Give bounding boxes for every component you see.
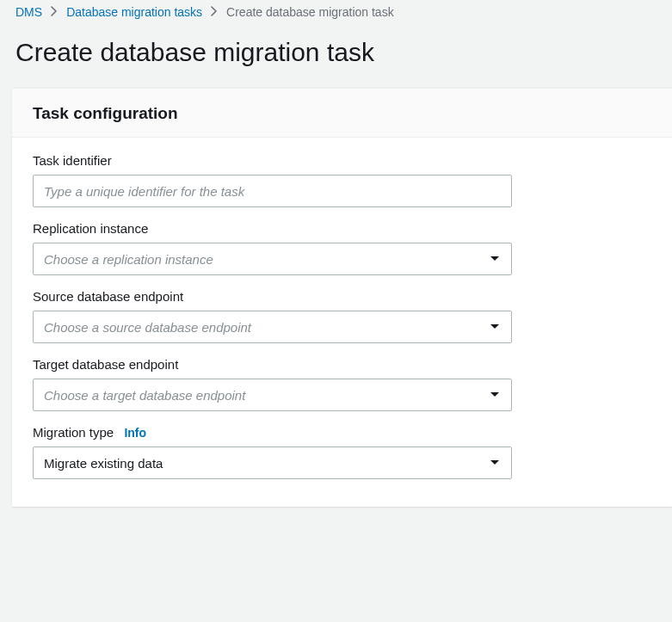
chevron-right-icon [211, 6, 218, 19]
replication-instance-label: Replication instance [33, 221, 651, 236]
panel-header: Task configuration [12, 89, 672, 138]
breadcrumb-current: Create database migration task [226, 5, 394, 19]
migration-type-label-text: Migration type [33, 425, 114, 440]
migration-type-select[interactable]: Migrate existing data [33, 446, 512, 479]
target-endpoint-label: Target database endpoint [33, 357, 651, 372]
field-task-identifier: Task identifier [33, 153, 651, 207]
field-migration-type: Migration type Info Migrate existing dat… [33, 425, 651, 479]
field-replication-instance: Replication instance Choose a replicatio… [33, 221, 651, 275]
target-endpoint-select[interactable]: Choose a target database endpoint [33, 379, 512, 411]
breadcrumb-tasks[interactable]: Database migration tasks [66, 5, 202, 19]
target-endpoint-value: Choose a target database endpoint [33, 379, 512, 411]
field-target-endpoint: Target database endpoint Choose a target… [33, 357, 651, 411]
migration-type-info-link[interactable]: Info [124, 426, 146, 440]
task-configuration-panel: Task configuration Task identifier Repli… [12, 88, 672, 507]
source-endpoint-value: Choose a source database endpoint [33, 311, 512, 343]
breadcrumb: DMS Database migration tasks Create data… [0, 0, 672, 19]
migration-type-label: Migration type Info [33, 425, 651, 440]
page-title: Create database migration task [0, 19, 672, 88]
source-endpoint-label: Source database endpoint [33, 289, 651, 304]
migration-type-value: Migrate existing data [33, 446, 512, 479]
breadcrumb-root[interactable]: DMS [15, 5, 42, 19]
field-source-endpoint: Source database endpoint Choose a source… [33, 289, 651, 343]
replication-instance-value: Choose a replication instance [33, 243, 512, 275]
task-identifier-label: Task identifier [33, 153, 651, 168]
replication-instance-select[interactable]: Choose a replication instance [33, 243, 512, 275]
task-identifier-input[interactable] [33, 175, 512, 207]
panel-title: Task configuration [33, 104, 651, 123]
chevron-right-icon [51, 6, 58, 19]
panel-body: Task identifier Replication instance Cho… [12, 138, 672, 507]
source-endpoint-select[interactable]: Choose a source database endpoint [33, 311, 512, 343]
